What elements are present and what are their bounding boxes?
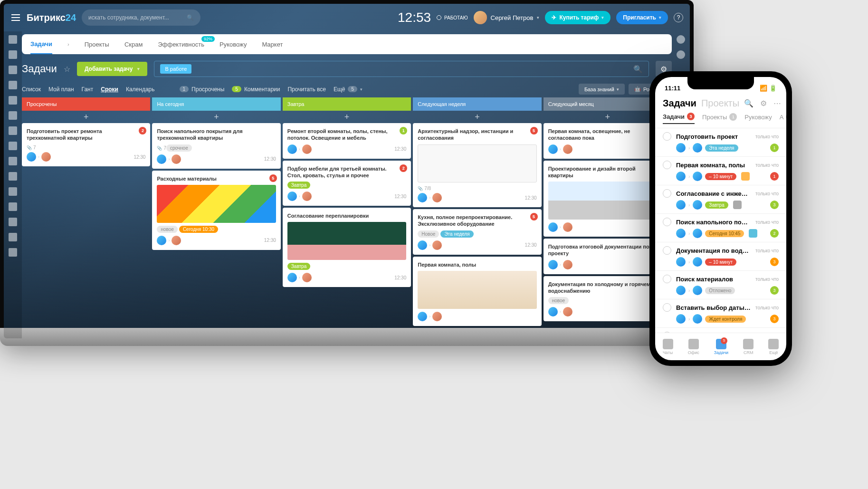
checkbox[interactable] xyxy=(663,303,671,312)
nav-icon xyxy=(743,339,754,349)
task-card[interactable]: Архитектурный надзор, инстанции и соглас… xyxy=(413,123,541,207)
card-badge: 5 xyxy=(269,174,277,182)
phone-task-item[interactable]: Первая комната, полытолько что›– 10 мину… xyxy=(655,157,786,185)
sidebar-icon[interactable] xyxy=(9,187,17,196)
add-card-button[interactable]: + xyxy=(152,111,280,123)
task-card[interactable]: Поиск напольного покрытия для трехкомнат… xyxy=(152,123,280,169)
add-task-button[interactable]: Добавить задачу▾ xyxy=(77,62,148,76)
nav-item[interactable]: Задачи5 xyxy=(714,339,728,355)
read-all-link[interactable]: Прочитать все xyxy=(287,86,325,93)
view-list[interactable]: Список xyxy=(22,86,41,93)
task-card[interactable]: Первая комната, полы› xyxy=(413,257,541,326)
tab-projects[interactable]: Проекты xyxy=(85,34,109,54)
assignee-avatar xyxy=(563,307,572,316)
checkbox[interactable] xyxy=(663,161,671,169)
view-plan[interactable]: Мой план xyxy=(48,86,74,93)
overdue-counter[interactable]: 1Просрочены xyxy=(180,86,225,93)
phone-task-item[interactable]: Подготовить проекттолько что›Эта неделя1 xyxy=(655,128,786,157)
search-icon[interactable] xyxy=(677,50,685,59)
assignee-avatar xyxy=(172,236,181,245)
checkbox[interactable] xyxy=(663,189,671,198)
card-tag: Эта неделя xyxy=(440,230,473,238)
phone-task-item[interactable]: Вставить выбор даты в ре...только что›Жд… xyxy=(655,299,786,328)
nav-item[interactable]: Чаты xyxy=(663,339,673,355)
sidebar-icon[interactable] xyxy=(9,172,17,181)
column-header[interactable]: Завтра xyxy=(283,97,411,111)
view-gantt[interactable]: Гант xyxy=(82,86,94,93)
sidebar-icon[interactable] xyxy=(9,248,17,257)
sidebar-icon[interactable] xyxy=(9,50,17,59)
view-deadline[interactable]: Сроки xyxy=(101,86,118,93)
more-menu[interactable]: Ещё5▾ xyxy=(334,86,362,93)
phone-tab[interactable]: А1 xyxy=(780,113,786,124)
tab-scrum[interactable]: Скрам xyxy=(124,34,143,54)
global-search[interactable]: искать сотрудника, документ...🔍 xyxy=(82,10,200,26)
sidebar-icon[interactable] xyxy=(9,111,17,120)
checkbox[interactable] xyxy=(663,218,671,226)
phone-task-list[interactable]: Подготовить проекттолько что›Эта неделя1… xyxy=(655,128,786,333)
help-icon[interactable]: ? xyxy=(674,13,683,22)
phone-task-item[interactable]: Поиск материаловтолько что›Отложено3 xyxy=(655,271,786,299)
column-header[interactable]: На сегодня xyxy=(152,97,280,111)
sidebar-icon[interactable] xyxy=(9,66,17,74)
phone-task-item[interactable]: Поиск напольного покрыт...только что›Сег… xyxy=(655,214,786,242)
column-header[interactable]: Следующая неделя xyxy=(413,97,541,111)
add-card-button[interactable]: + xyxy=(22,111,150,123)
hamburger-icon[interactable] xyxy=(10,12,21,23)
phone-subtitle[interactable]: Проекты xyxy=(701,98,739,109)
task-card[interactable]: Расходные материалы5новое Сегодня 10:30›… xyxy=(152,171,280,250)
sidebar-icon[interactable] xyxy=(9,157,17,165)
tab-manage[interactable]: Руковожу xyxy=(219,34,247,54)
phone-tab[interactable]: Проекты1 xyxy=(702,113,737,124)
task-card[interactable]: Согласование перепланировкиЗавтра ›12:30 xyxy=(283,208,411,287)
filter-tag[interactable]: В работе xyxy=(160,64,191,74)
task-card[interactable]: Кухня, полное перепроектирование. Эксклю… xyxy=(413,209,541,255)
nav-item[interactable]: Ещё xyxy=(768,339,779,355)
work-status[interactable]: РАБОТАЮ xyxy=(437,15,467,20)
comments-counter[interactable]: 5Комментарии xyxy=(232,86,280,93)
phone-task-item[interactable]: Документация по водо...только что›– 10 м… xyxy=(655,242,786,271)
phone-task-item[interactable]: Документация по холо...только что xyxy=(655,328,786,333)
avatar xyxy=(676,200,686,210)
nav-item[interactable]: Офис xyxy=(688,339,699,355)
search-icon[interactable]: 🔍 xyxy=(744,99,754,108)
sidebar-icon[interactable] xyxy=(9,35,17,44)
sidebar-icon[interactable] xyxy=(9,142,17,150)
add-card-button[interactable]: + xyxy=(413,111,541,123)
sidebar-icon[interactable] xyxy=(9,96,17,105)
column-header[interactable]: Просрочены xyxy=(22,97,150,111)
add-card-button[interactable]: + xyxy=(283,111,411,123)
knowledge-base-button[interactable]: База знаний▾ xyxy=(579,84,625,95)
sidebar-icon[interactable] xyxy=(9,218,17,226)
phone-tab[interactable]: Задачи3 xyxy=(663,113,695,124)
nav-icon xyxy=(688,339,699,349)
star-icon[interactable]: ☆ xyxy=(64,65,70,74)
tab-tasks[interactable]: Задачи xyxy=(30,34,52,54)
more-icon[interactable]: ⋯ xyxy=(773,99,781,108)
checkbox[interactable] xyxy=(663,246,671,255)
filter-search[interactable]: В работе🔍 xyxy=(154,61,649,77)
task-card[interactable]: Подбор мебели для третьей комнаты. Стол,… xyxy=(283,161,411,206)
invite-button[interactable]: Пригласить▾ xyxy=(616,11,668,24)
sidebar-icon[interactable] xyxy=(9,202,17,211)
checkbox[interactable] xyxy=(663,132,671,141)
task-time: только что xyxy=(755,191,779,196)
card-tag: Завтра xyxy=(287,263,310,270)
sidebar-icon[interactable] xyxy=(9,233,17,241)
user-menu[interactable]: Сергей Петров▾ xyxy=(474,11,540,24)
tab-market[interactable]: Маркет xyxy=(262,34,283,54)
task-card[interactable]: Ремонт второй комнаты, полы, стены, пото… xyxy=(283,123,411,159)
checkbox[interactable] xyxy=(663,275,671,283)
assignee-avatar xyxy=(432,312,442,321)
buy-tariff-button[interactable]: ✈Купить тариф▾ xyxy=(545,11,610,24)
nav-item[interactable]: CRM xyxy=(743,339,754,355)
task-card[interactable]: Подготовить проект ремонта трехкомнатной… xyxy=(22,123,150,166)
sidebar-icon[interactable] xyxy=(9,81,17,89)
notifications-icon[interactable] xyxy=(677,35,685,44)
phone-tab[interactable]: Руковожу xyxy=(744,113,772,124)
view-calendar[interactable]: Календарь xyxy=(126,86,155,93)
tab-efficiency[interactable]: Эффективность92% xyxy=(158,34,204,54)
filter-icon[interactable]: ⚙ xyxy=(760,99,767,108)
sidebar-icon[interactable] xyxy=(9,126,17,135)
phone-task-item[interactable]: Согласование с инженер...только что›Завт… xyxy=(655,185,786,214)
